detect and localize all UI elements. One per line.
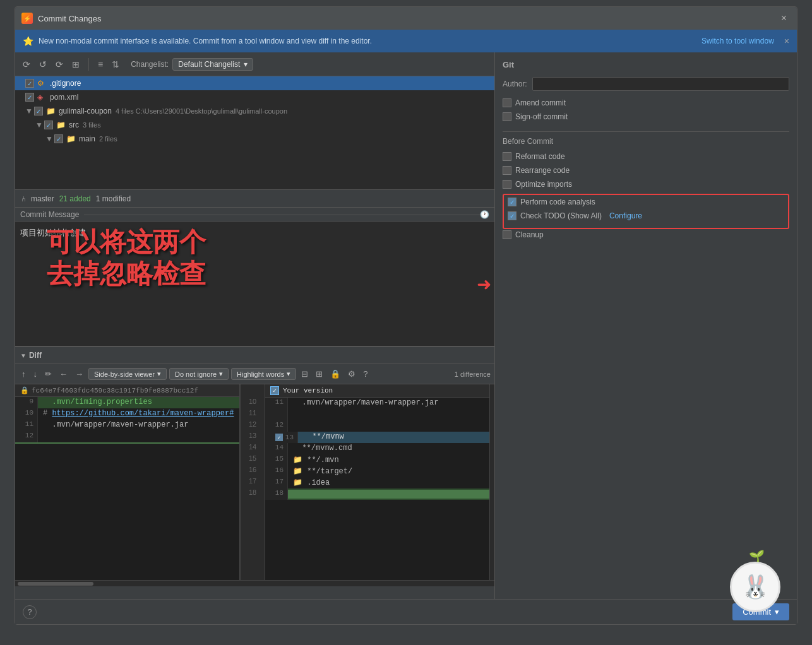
splitter-13: 13 [241, 430, 265, 441]
green-separator [15, 442, 239, 444]
cleanup-checkbox[interactable] [503, 230, 511, 239]
scrollbar[interactable] [489, 384, 494, 580]
added-count: 21 added [59, 194, 91, 203]
ignore-dropdown[interactable]: Do not ignore ▾ [169, 368, 229, 380]
perform-code-analysis-label: Perform code analysis [520, 198, 595, 206]
tree-item-pomxml-checkbox[interactable]: ✓ [25, 93, 34, 102]
right-line-num-13: ✓ 13 [265, 432, 298, 443]
info-icon: ⭐ [23, 36, 33, 46]
diff-lock-icon[interactable]: 🔒 [328, 368, 343, 380]
tree-item-main[interactable]: ▼ ✓ 📁 main 2 files [15, 132, 494, 146]
diff-line-added-9: 9 .mvn/timing.properties [15, 397, 239, 408]
diff-right-line-13: ✓ 13 **/mvnw [265, 432, 489, 443]
commit-dropdown-arrow: ▾ [775, 607, 779, 617]
line-13-checkbox[interactable]: ✓ [275, 434, 283, 441]
amend-commit-label: Amend commit [515, 98, 566, 107]
diff-settings-icon[interactable]: ⚙ [345, 368, 358, 380]
reformat-code-row: Reformat code [503, 152, 789, 161]
right-line-num-16: 16 [265, 466, 288, 477]
tree-item-src-checkbox[interactable]: ✓ [44, 121, 53, 129]
changelist-dropdown[interactable]: Default Changelist ▾ [172, 58, 253, 71]
diff-edit-btn[interactable]: ✏ [42, 368, 54, 380]
switch-to-tool-window-link[interactable]: Switch to tool window [702, 37, 774, 45]
gitignore-icon: ⚙ [37, 78, 47, 88]
reformat-code-checkbox[interactable] [503, 152, 511, 161]
diff-table-icon[interactable]: ⊞ [313, 368, 325, 380]
diff-down-btn[interactable]: ↓ [31, 368, 40, 380]
diff-collapse-button[interactable]: ▼ [20, 352, 27, 359]
tree-item-gitignore[interactable]: ✓ ⚙ .gitignore [15, 76, 494, 90]
tree-item-src[interactable]: ▼ ✓ 📁 src 3 files [15, 118, 494, 132]
right-line-num-empty [265, 409, 288, 420]
configure-link[interactable]: Configure [609, 211, 642, 220]
diff-left-panel[interactable]: 🔒 fc64e7f4603fdc459c38c1917fb9fe8887bcc1… [15, 384, 240, 580]
commit-button[interactable]: Commit ▾ [732, 603, 789, 620]
diff-right-line-17: 17 📁 .idea [265, 477, 489, 488]
group-icon[interactable]: ⊞ [69, 57, 82, 71]
diff-back-btn[interactable]: ← [57, 368, 70, 380]
main-folder-icon: 📁 [66, 134, 76, 144]
tree-item-gitignore-checkbox[interactable]: ✓ [25, 79, 34, 88]
horizontal-scrollbar[interactable] [15, 580, 494, 586]
sign-off-row: Sign-off commit [503, 112, 789, 121]
tree-item-src-meta: 3 files [83, 121, 101, 129]
diff-help-icon[interactable]: ? [361, 368, 370, 380]
splitter-14: 14 [241, 441, 265, 453]
version-label: Your version [283, 387, 333, 394]
tree-item-main-checkbox[interactable]: ✓ [54, 134, 63, 143]
commit-message-title: Commit Message [20, 210, 79, 219]
changelist-dropdown-arrow: ▾ [244, 60, 248, 69]
help-button[interactable]: ? [23, 605, 37, 619]
commit-button-label: Commit [743, 607, 771, 617]
tree-item-coupon[interactable]: ▼ ✓ 📁 gulimall-coupon 4 files C:\Users\2… [15, 104, 494, 118]
diff-split-icon[interactable]: ⊟ [299, 368, 311, 380]
tree-item-pomxml[interactable]: ✓ ◈ pom.xml [15, 90, 494, 104]
left-file-hash: fc64e7f4603fdc459c38c1917fb9fe8887bcc12f [32, 387, 198, 394]
refresh-icon[interactable]: ⟳ [53, 57, 66, 71]
diff-up-btn[interactable]: ↑ [19, 368, 28, 380]
move-changes-icon[interactable]: ⟳ [20, 57, 33, 71]
branch-icon: ⑃ [21, 194, 26, 203]
undo-icon[interactable]: ↺ [37, 57, 49, 71]
optimize-imports-checkbox[interactable] [503, 180, 511, 189]
right-line-num-12: 12 [265, 420, 288, 432]
collapse-all-icon[interactable]: ⇅ [109, 57, 122, 71]
check-todo-checkbox[interactable]: ✓ [508, 211, 516, 220]
author-label: Author: [503, 80, 527, 88]
diff-forward-btn[interactable]: → [73, 368, 86, 380]
tree-item-coupon-checkbox[interactable]: ✓ [34, 107, 43, 115]
perform-code-analysis-checkbox[interactable]: ✓ [508, 198, 516, 206]
diff-right-line-14: 14 **/mvnw.cmd [265, 443, 489, 454]
amend-commit-checkbox[interactable] [503, 98, 511, 107]
commit-message-input[interactable]: 项目初始结构创建 [15, 222, 494, 346]
right-line-num-17: 17 [265, 477, 288, 488]
viewer-dropdown[interactable]: Side-by-side viewer ▾ [88, 368, 167, 380]
line-num-11: 11 [15, 420, 38, 431]
highlight-dropdown[interactable]: Highlight words ▾ [231, 368, 296, 380]
version-checkbox: ✓ [270, 386, 279, 395]
rearrange-code-label: Rearrange code [515, 166, 570, 175]
sign-off-checkbox[interactable] [503, 112, 511, 121]
diff-count: 1 difference [455, 370, 491, 378]
rearrange-code-checkbox[interactable] [503, 166, 511, 175]
diff-right-line-11: 11 .mvn/wrapper/maven-wrapper.jar [265, 398, 489, 409]
cleanup-label: Cleanup [515, 230, 544, 239]
author-input[interactable] [532, 77, 789, 91]
left-panel: ⟳ ↺ ⟳ ⊞ ≡ ⇅ Changelist: Default Changeli… [15, 52, 495, 599]
clock-icon[interactable]: 🕐 [480, 210, 489, 219]
line-num-12: 12 [15, 431, 38, 442]
line-num-9: 9 [15, 397, 38, 408]
diff-right-line-16: 16 📁 **/target/ [265, 466, 489, 477]
author-row: Author: [503, 77, 789, 91]
expand-all-icon[interactable]: ≡ [95, 57, 105, 71]
diff-header: ▼ Diff [15, 346, 494, 364]
diff-right-line-15: 15 📁 **/.mvn [265, 454, 489, 466]
src-folder-icon: 📁 [56, 120, 66, 130]
close-button[interactable]: × [777, 11, 791, 25]
info-bar-close-button[interactable]: × [784, 36, 789, 46]
commit-message-header: Commit Message 🕐 [15, 208, 494, 222]
diff-right-panel[interactable]: ✓ Your version 11 .mvn/wrapper/maven-wra… [265, 384, 489, 580]
diff-splitter: 10 11 12 13 14 15 16 17 18 [240, 384, 265, 580]
mascot-plant-icon: 🌱 [749, 549, 765, 564]
info-bar-text: New non-modal commit interface is availa… [39, 37, 696, 45]
